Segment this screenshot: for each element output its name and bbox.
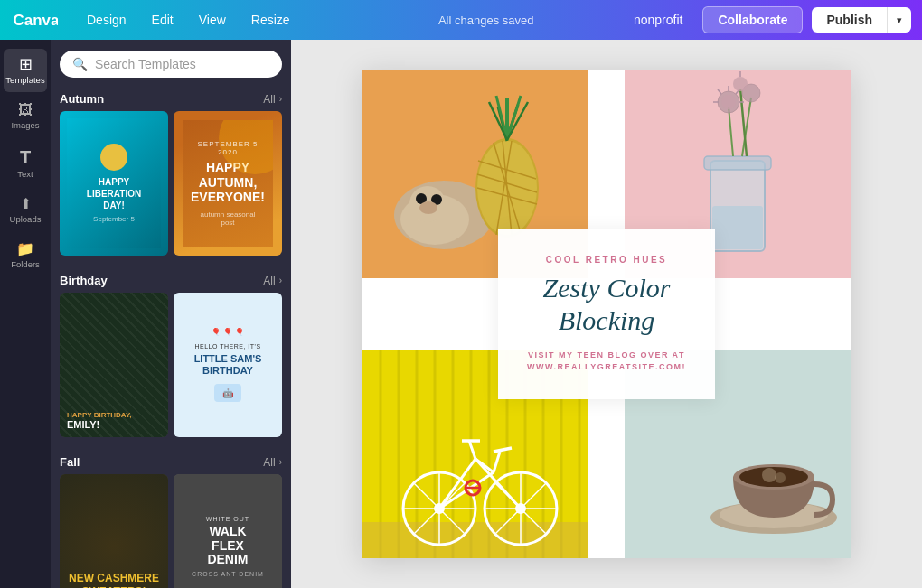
section-title-birthday: Birthday	[60, 274, 108, 287]
nonprofit-button[interactable]: nonprofit	[623, 7, 693, 33]
sidebar-icons: ⊞ Templates 🖼 Images T Text ⬆ Uploads 📁 …	[0, 40, 51, 588]
section-title-fall: Fall	[60, 455, 80, 469]
template-card-fall2[interactable]: WHITE OUT WALKFLEXDENIM CROSS ANT DENIM	[174, 474, 282, 588]
topbar: Canva Design Edit View Resize All change…	[0, 0, 922, 40]
topbar-right: nonprofit Collaborate Publish ▾	[623, 6, 911, 33]
nav-view[interactable]: View	[188, 7, 237, 33]
publish-button-wrap: Publish ▾	[812, 7, 911, 33]
publish-button[interactable]: Publish	[812, 7, 887, 33]
svg-text:Canva: Canva	[14, 12, 58, 29]
section-title-autumn: Autumn	[60, 92, 104, 106]
save-status: All changes saved	[349, 14, 622, 27]
template-card-autumn1[interactable]: HAPPYLIBERATIONDAY! September 5	[60, 111, 168, 256]
chevron-right-icon2: ›	[279, 275, 282, 285]
nav-resize[interactable]: Resize	[240, 7, 301, 33]
templates-label: Templates	[5, 75, 44, 85]
template-card-autumn2[interactable]: SEPTEMBER 5 2020 HAPPYAUTUMN,EVERYONE! a…	[174, 111, 282, 256]
text-label: Text	[17, 169, 33, 179]
search-bar: 🔍	[51, 40, 291, 85]
search-input-wrap: 🔍	[60, 51, 282, 78]
section-all-birthday[interactable]: All ›	[263, 275, 282, 287]
design-canvas: COOL RETRO HUES Zesty Color Blocking VIS…	[362, 70, 851, 558]
svg-point-38	[733, 77, 748, 91]
hide-panel-button[interactable]: ◂	[289, 298, 291, 331]
templates-icon: ⊞	[19, 56, 33, 72]
uploads-icon: ⬆	[20, 197, 32, 211]
sidebar-item-images[interactable]: 🖼 Images	[4, 96, 47, 137]
sidebar-item-folders[interactable]: 📁 Folders	[4, 235, 47, 276]
section-header-birthday: Birthday All ›	[60, 266, 282, 293]
folders-icon: 📁	[16, 242, 34, 257]
sidebar-item-templates[interactable]: ⊞ Templates	[4, 49, 47, 92]
svg-point-31	[721, 95, 736, 109]
nav-design[interactable]: Design	[76, 7, 137, 33]
text-overlay: COOL RETRO HUES Zesty Color Blocking VIS…	[498, 229, 715, 399]
svg-point-82	[775, 472, 786, 483]
publish-caret-button[interactable]: ▾	[887, 7, 911, 33]
template-card-birthday2[interactable]: 🎈🎈🎈 HELLO THERE, IT'S LITTLE SAM'SBIRTHD…	[174, 293, 282, 437]
design-subtitle: COOL RETRO HUES	[520, 255, 693, 265]
search-icon: 🔍	[72, 57, 88, 71]
section-header-autumn: Autumn All ›	[60, 85, 282, 111]
section-fall: Fall All › NEW CASHMERESWEATERS! Shop th…	[51, 448, 291, 588]
main-layout: ⊞ Templates 🖼 Images T Text ⬆ Uploads 📁 …	[0, 40, 922, 588]
section-all-fall[interactable]: All ›	[263, 456, 282, 469]
section-autumn: Autumn All › HAPPYLIBERATIONDAY! Septemb…	[51, 85, 291, 266]
text-icon: T	[20, 148, 31, 166]
template-grid-fall: NEW CASHMERESWEATERS! Shop the Collectio…	[60, 474, 282, 588]
design-body: VISIT MY TEEN BLOG OVER ATWWW.REALLYGREA…	[520, 350, 693, 374]
svg-rect-53	[362, 522, 588, 558]
sidebar-item-text[interactable]: T Text	[4, 141, 47, 186]
chevron-right-icon: ›	[279, 94, 282, 104]
images-label: Images	[11, 120, 39, 130]
canvas-area: COOL RETRO HUES Zesty Color Blocking VIS…	[291, 40, 922, 588]
search-input[interactable]	[95, 57, 269, 71]
svg-rect-26	[712, 206, 763, 249]
uploads-label: Uploads	[10, 214, 42, 224]
svg-point-81	[762, 468, 776, 482]
svg-point-7	[419, 201, 437, 214]
template-grid-autumn: HAPPYLIBERATIONDAY! September 5 SEPTEMBE…	[60, 111, 282, 256]
nav-edit[interactable]: Edit	[141, 7, 184, 33]
section-all-autumn[interactable]: All ›	[263, 93, 282, 106]
images-icon: 🖼	[18, 103, 33, 117]
chevron-right-icon3: ›	[279, 457, 282, 467]
template-card-fall1[interactable]: NEW CASHMERESWEATERS! Shop the Collectio…	[60, 474, 168, 588]
template-grid-birthday: HAPPY BIRTHDAY, EMILY! 🎈🎈🎈 HELLO THERE, …	[60, 293, 282, 437]
svg-rect-25	[704, 156, 771, 170]
folders-label: Folders	[11, 259, 40, 269]
section-birthday: Birthday All › HAPPY BIRTHDAY, EMILY!	[51, 266, 291, 448]
templates-panel: 🔍 Autumn All › HAPPYLIBERATIONDAY! Septe…	[51, 40, 291, 588]
sidebar-item-uploads[interactable]: ⬆ Uploads	[4, 190, 47, 231]
section-header-fall: Fall All ›	[60, 448, 282, 474]
topbar-nav: Design Edit View Resize	[76, 7, 349, 33]
collaborate-button[interactable]: Collaborate	[702, 6, 803, 33]
template-card-birthday1[interactable]: HAPPY BIRTHDAY, EMILY!	[60, 293, 168, 437]
design-title: Zesty Color Blocking	[520, 272, 693, 337]
canva-logo[interactable]: Canva	[11, 8, 58, 32]
